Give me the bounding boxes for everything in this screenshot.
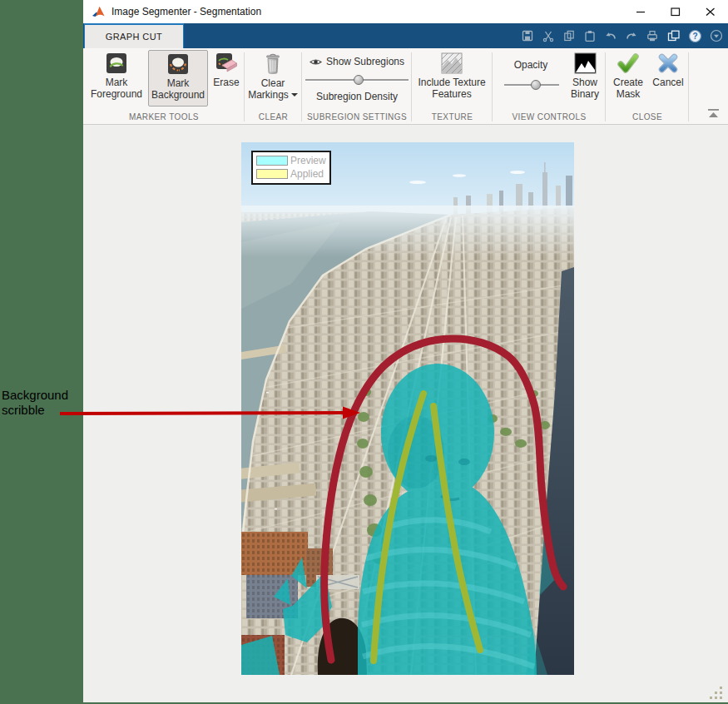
include-texture-label: Include Texture Features [415, 77, 488, 100]
create-mask-label: Create Mask [607, 77, 649, 100]
legend-row-preview: Preview [256, 154, 326, 167]
close-button[interactable] [693, 0, 728, 23]
mark-background-button[interactable]: Mark Background [148, 50, 208, 107]
window-title: Image Segmenter - Segmentation [111, 6, 261, 17]
maximize-button[interactable] [658, 0, 693, 23]
collapse-arrow-icon [709, 112, 718, 117]
section-clear: Clear Markings CLEAR [245, 48, 302, 124]
mark-background-icon [167, 53, 189, 75]
section-texture: Include Texture Features TEXTURE [412, 48, 493, 124]
segmentation-image[interactable]: Preview Applied [241, 142, 574, 675]
include-texture-button[interactable]: Include Texture Features [415, 50, 488, 100]
matlab-logo-icon [92, 5, 106, 19]
texture-icon [441, 52, 463, 74]
mark-foreground-icon [106, 52, 127, 74]
mark-background-label: Mark Background [149, 78, 207, 101]
section-subregion-settings: Show Subregions Subregion Density SUBREG… [302, 48, 412, 124]
copy-icon[interactable] [562, 29, 576, 42]
annotation-line2: scribble [2, 403, 68, 418]
opacity-label: Opacity [498, 59, 564, 71]
tab-graph-cut-label: GRAPH CUT [106, 32, 162, 42]
quick-access-toolbar: ? [521, 23, 723, 48]
ribbon-toolbar: Mark Foreground Mark Background [83, 48, 728, 125]
show-subregions-label: Show Subregions [326, 56, 404, 67]
clear-markings-text: Clear Markings [248, 77, 289, 101]
trash-icon [262, 52, 284, 75]
create-mask-button[interactable]: Create Mask [607, 50, 649, 100]
clear-section-label: CLEAR [245, 112, 302, 121]
slider-thumb[interactable] [531, 80, 541, 90]
show-subregions-toggle[interactable]: Show Subregions [302, 56, 412, 67]
section-view-controls: Opacity Show Binary VIEW CONTROLS [493, 48, 606, 124]
viewer-canvas: Preview Applied [83, 125, 728, 702]
titlebar: Image Segmenter - Segmentation [83, 0, 728, 23]
section-marker-tools: Mark Foreground Mark Background [83, 48, 245, 124]
collapse-ribbon-button[interactable] [706, 107, 721, 119]
background-scribble-annotation: Background scribble [2, 388, 68, 418]
eye-icon [310, 57, 322, 67]
mark-foreground-label: Mark Foreground [86, 77, 147, 100]
cancel-x-icon [657, 52, 679, 74]
paste-icon[interactable] [583, 29, 597, 42]
help-icon[interactable]: ? [688, 29, 702, 43]
clear-markings-caret-icon [291, 93, 298, 97]
image-segmenter-window: Image Segmenter - Segmentation [83, 0, 728, 702]
tab-graph-cut[interactable]: GRAPH CUT [84, 23, 184, 48]
mark-foreground-button[interactable]: Mark Foreground [86, 50, 147, 100]
tab-strip: GRAPH CUT [83, 23, 728, 48]
maximize-icon [671, 7, 681, 17]
preview-label: Preview [290, 155, 326, 166]
slider-thumb[interactable] [354, 75, 364, 85]
erase-icon [215, 52, 238, 74]
create-mask-check-icon [617, 52, 639, 74]
undo-icon[interactable] [604, 29, 617, 42]
erase-label: Erase [213, 77, 239, 89]
subregion-density-slider[interactable] [305, 74, 409, 86]
svg-text:?: ? [692, 32, 697, 41]
minimize-icon [636, 7, 646, 16]
applied-color-swatch [256, 169, 288, 179]
redo-icon[interactable] [625, 29, 638, 42]
view-controls-section-label: VIEW CONTROLS [493, 112, 606, 121]
subregion-section-label: SUBREGION SETTINGS [302, 112, 412, 121]
more-dropdown-icon[interactable] [710, 29, 723, 42]
legend-row-applied: Applied [256, 167, 326, 181]
texture-section-label: TEXTURE [412, 112, 493, 121]
marker-tools-section-label: MARKER TOOLS [83, 112, 245, 121]
resize-grip[interactable] [709, 686, 724, 699]
preview-color-swatch [256, 156, 288, 166]
section-close: Create Mask Cancel CLOSE [606, 48, 689, 124]
layout-windows-icon[interactable] [666, 29, 681, 42]
screenshot-stage: Background scribble Image Segmenter - Se… [0, 0, 728, 704]
subregion-density-label: Subregion Density [302, 91, 412, 102]
cancel-label: Cancel [652, 77, 683, 89]
clear-markings-label: Clear Markings [246, 78, 300, 101]
applied-label: Applied [290, 168, 324, 180]
erase-button[interactable]: Erase [209, 50, 244, 89]
annotation-line1: Background [2, 388, 68, 403]
print-icon[interactable] [646, 29, 659, 42]
cut-icon[interactable] [542, 29, 555, 42]
minimize-button[interactable] [623, 0, 658, 23]
show-binary-icon [574, 52, 597, 74]
opacity-slider[interactable] [504, 79, 559, 91]
overlay-legend: Preview Applied [251, 151, 331, 185]
cancel-button[interactable]: Cancel [650, 50, 686, 89]
show-binary-label: Show Binary [566, 77, 604, 100]
clear-markings-button[interactable]: Clear Markings [246, 50, 300, 101]
close-icon [706, 7, 716, 17]
save-icon[interactable] [521, 29, 534, 42]
close-section-label: CLOSE [606, 112, 689, 121]
aerial-city-photo [241, 142, 574, 675]
show-binary-button[interactable]: Show Binary [566, 50, 604, 100]
